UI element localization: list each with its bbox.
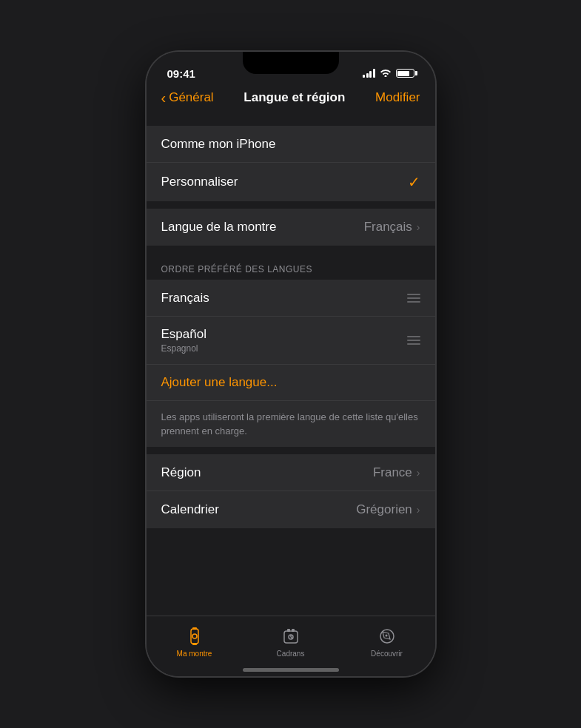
notch [243,52,339,74]
ma-montre-icon [184,626,205,647]
drag-handle-icon[interactable] [407,336,420,345]
back-label: Général [169,90,213,105]
chevron-icon: › [417,221,420,233]
info-text: Les apps utiliseront la première langue … [161,411,418,437]
row-label: Langue de la montre [161,220,277,235]
region-value: France [373,465,412,480]
settings-group-4: Région France › Calendrier Grégorien › [147,454,435,528]
nav-bar: ‹ Général Langue et région Modifier [147,84,435,114]
langue-montre-row[interactable]: Langue de la montre Français › [147,209,435,246]
back-button[interactable]: ‹ Général [161,90,214,105]
settings-group-2: Langue de la montre Français › [147,209,435,246]
row-label: Comme mon iPhone [161,137,276,152]
list-item[interactable]: Español Espagnol [147,317,435,365]
spacer [147,528,435,543]
region-row[interactable]: Région France › [147,454,435,491]
status-time: 09:41 [167,67,195,80]
battery-icon [396,69,414,78]
section-header-text: ORDRE PRÉFÉRÉ DES LANGUES [161,264,313,274]
svg-rect-5 [287,629,290,632]
row-label: Personnaliser [161,175,238,189]
info-row: Les apps utiliseront la première langue … [147,400,435,447]
row-label: Français [161,291,209,306]
decouvrir-icon [377,626,397,647]
tab-bar: Ma montre Cadrans [147,616,435,676]
tab-decouvrir[interactable]: Découvrir [339,626,435,658]
nav-action-button[interactable]: Modifier [375,90,420,105]
status-icons [363,68,414,79]
row-value: Français › [364,220,420,235]
tab-ma-montre[interactable]: Ma montre [147,626,243,658]
row-value: Grégorien › [356,502,420,517]
list-item[interactable]: Personnaliser ✓ [147,163,435,201]
tab-label-ma-montre: Ma montre [177,650,212,658]
row-label: Région [161,465,201,480]
main-content: Comme mon iPhone Personnaliser ✓ Langue … [147,118,435,616]
svg-rect-1 [192,627,197,630]
row-sublabel: Espagnol [161,343,206,354]
section-header: ORDRE PRÉFÉRÉ DES LANGUES [147,253,435,280]
list-item[interactable]: Comme mon iPhone [147,126,435,163]
add-language-text: Ajouter une langue... [161,375,278,389]
signal-icon [363,69,375,78]
wifi-icon [380,68,392,79]
langue-value: Français [364,220,412,235]
svg-rect-6 [292,629,295,632]
back-chevron-icon: ‹ [161,90,167,105]
tab-cadrans[interactable]: Cadrans [243,626,339,658]
tab-label-cadrans: Cadrans [277,650,305,658]
spacer [147,447,435,454]
svg-point-3 [192,634,197,638]
home-indicator [243,668,339,672]
settings-group-3: Français Español Espagnol [147,280,435,447]
nav-title: Langue et région [244,90,345,105]
chevron-icon: › [417,467,420,479]
espanol-label-group: Español Espagnol [161,327,206,354]
add-language-row[interactable]: Ajouter une langue... [147,365,435,400]
cadrans-icon [281,626,301,647]
chevron-icon: › [417,504,420,516]
spacer [147,201,435,209]
checkmark-icon: ✓ [408,173,420,191]
calendrier-value: Grégorien [356,502,412,517]
list-item[interactable]: Français [147,280,435,317]
svg-rect-2 [192,643,197,645]
spacer [147,118,435,126]
settings-group-1: Comme mon iPhone Personnaliser ✓ [147,126,435,201]
row-value: France › [373,465,420,480]
svg-point-12 [385,635,387,637]
svg-line-9 [291,637,292,638]
row-label: Español [161,327,206,342]
calendrier-row[interactable]: Calendrier Grégorien › [147,491,435,528]
drag-handle-icon[interactable] [407,294,420,303]
spacer [147,246,435,253]
row-label: Calendrier [161,502,219,517]
tab-label-decouvrir: Découvrir [371,650,403,658]
